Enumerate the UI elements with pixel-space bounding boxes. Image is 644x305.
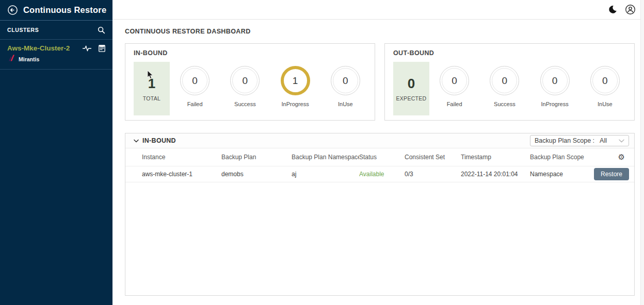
stat-label: InUse [338, 101, 353, 107]
cell-instance: aws-mke-cluster-1 [125, 166, 221, 182]
mirantis-logo [8, 54, 15, 64]
inbound-section-title: IN-BOUND [142, 137, 176, 144]
clusters-section-header: CLUSTERS [0, 21, 112, 40]
stat-value: 1 [293, 75, 298, 87]
inbound-total-value: 1 [148, 76, 155, 92]
inbound-stat-inuse: 0 InUse [320, 61, 371, 107]
stat-circle: 0 [331, 66, 360, 95]
col-timestamp: Timestamp [461, 148, 530, 166]
inbound-stat-success: 0 Success [220, 61, 270, 107]
cluster-vendor-label: Mirantis [19, 56, 39, 62]
main-area: CONTINUOUS RESTORE DASHBOARD IN-BOUND 1 … [112, 0, 644, 305]
stat-label: Failed [447, 101, 462, 107]
clusters-label: CLUSTERS [7, 27, 39, 33]
inbound-table-header: IN-BOUND Backup Plan Scope : All [125, 133, 634, 148]
col-instance: Instance [125, 148, 221, 166]
stat-circle: 0 [440, 66, 469, 95]
inbound-panel-title: IN-BOUND [134, 49, 371, 57]
sidebar-header: Continuous Restore [0, 0, 112, 21]
outbound-stat-success: 0 Success [479, 61, 529, 107]
cell-status: Available [359, 166, 405, 182]
user-account-icon[interactable] [625, 4, 636, 15]
table-settings-gear-icon[interactable]: ⚙ [618, 152, 625, 161]
stat-label: Success [494, 101, 516, 107]
cell-consistent-set: 0/3 [405, 166, 461, 182]
app-title: Continuous Restore [23, 5, 106, 15]
scope-filter-label: Backup Plan Scope : [535, 137, 594, 144]
stat-circle-highlighted: 1 [281, 66, 310, 95]
stat-label: InProgress [282, 101, 309, 107]
chevron-down-icon [134, 139, 139, 143]
stat-circle: 0 [540, 66, 570, 95]
inbound-table-panel: IN-BOUND Backup Plan Scope : All [125, 133, 635, 296]
backup-plan-scope-select[interactable]: Backup Plan Scope : All [530, 135, 629, 146]
back-icon[interactable] [7, 5, 18, 15]
stat-value: 0 [243, 75, 248, 87]
scope-filter-value: All [600, 137, 619, 144]
stat-label: InUse [598, 101, 613, 107]
stat-value: 0 [452, 75, 457, 87]
pulse-icon[interactable] [83, 45, 91, 52]
moon-icon[interactable] [607, 5, 617, 14]
report-icon[interactable] [99, 45, 105, 52]
cell-scope: Namespace [530, 166, 588, 182]
inbound-stat-failed: 0 Failed [170, 61, 220, 107]
stat-circle: 0 [490, 66, 519, 95]
outbound-stat-inprogress: 0 InProgress [530, 61, 580, 107]
outbound-stat-inuse: 0 InUse [580, 61, 630, 107]
table-header-row: Instance Backup Plan Backup Plan Namespa… [125, 148, 634, 166]
chevron-down-icon [619, 139, 624, 143]
outbound-expected-value: 0 [408, 76, 415, 92]
stat-label: Success [234, 101, 256, 107]
stat-label: InProgress [541, 101, 569, 107]
col-backup-plan-scope: Backup Plan Scope [530, 148, 588, 166]
stat-value: 0 [552, 75, 558, 87]
outbound-stats-panel: OUT-BOUND 0 EXPECTED 0 Failed 0 [384, 43, 635, 121]
outbound-stat-failed: 0 Failed [429, 61, 479, 107]
col-backup-plan-namespace: Backup Plan Namespace [292, 148, 359, 166]
stat-value: 0 [192, 75, 198, 87]
stat-circle: 0 [590, 66, 620, 95]
restore-button[interactable]: Restore [594, 168, 629, 180]
outbound-panel-title: OUT-BOUND [393, 49, 630, 57]
scrollbar-track[interactable] [640, 0, 644, 305]
dashboard-content: CONTINUOUS RESTORE DASHBOARD IN-BOUND 1 … [112, 20, 644, 305]
cluster-name[interactable]: Aws-Mke-Cluster-2 [7, 44, 83, 52]
sidebar-item-cluster[interactable]: Aws-Mke-Cluster-2 [0, 40, 112, 70]
stat-circle: 0 [180, 66, 210, 95]
col-backup-plan: Backup Plan [221, 148, 292, 166]
topbar [112, 0, 644, 20]
stat-label: Failed [187, 101, 203, 107]
cell-backup-plan: demobs [221, 166, 292, 182]
stat-value: 0 [343, 75, 348, 87]
outbound-expected-label: EXPECTED [396, 95, 427, 101]
outbound-expected-stat: 0 EXPECTED [393, 62, 429, 115]
inbound-table: Instance Backup Plan Backup Plan Namespa… [125, 148, 634, 182]
col-consistent-set: Consistent Set [405, 148, 461, 166]
table-row: aws-mke-cluster-1 demobs aj Available 0/… [125, 166, 634, 182]
sidebar: Continuous Restore CLUSTERS Aws-Mke-Clus… [0, 0, 112, 305]
page-title: CONTINUOUS RESTORE DASHBOARD [125, 28, 635, 35]
inbound-stat-inprogress: 1 InProgress [270, 61, 320, 107]
inbound-stats-panel: IN-BOUND 1 TOTAL 0 Failed 0 [125, 43, 375, 121]
stat-circle: 0 [230, 66, 260, 95]
stat-value: 0 [502, 75, 508, 87]
cell-timestamp: 2022-11-14 20:01:04 [461, 166, 530, 182]
inbound-total-label: TOTAL [143, 95, 160, 101]
col-status: Status [359, 148, 405, 166]
stat-value: 0 [602, 75, 608, 87]
search-icon[interactable] [98, 26, 105, 34]
inbound-section-toggle[interactable]: IN-BOUND [134, 137, 176, 144]
inbound-total-stat: 1 TOTAL [134, 62, 170, 115]
cell-namespace: aj [292, 166, 359, 182]
